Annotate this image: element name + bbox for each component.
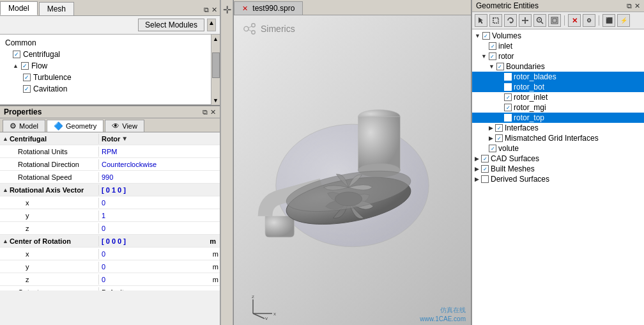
tree-item-centrifugal[interactable]: Centrifugal — [0, 49, 211, 60]
toolbar-sep-2 — [599, 15, 599, 26]
checkbox-rotor-bot[interactable] — [504, 83, 512, 91]
center-tab-file[interactable]: ✕ test990.spro — [234, 1, 303, 15]
collapse-axis-icon[interactable]: ▲ — [3, 187, 8, 193]
label-rotor-blades: rotor_blades — [514, 72, 556, 81]
tree-item-cavitation[interactable]: Cavitation — [0, 83, 211, 95]
prop-z1-value[interactable]: 0 — [99, 223, 220, 234]
toolbar-box-btn[interactable] — [489, 14, 502, 27]
toolbar-select-btn[interactable] — [475, 14, 487, 27]
toolbar-extra2-btn[interactable]: ⚡ — [617, 14, 630, 27]
svg-rect-20 — [493, 18, 498, 23]
geo-close-button[interactable]: ✕ — [634, 2, 640, 10]
toolbar-sep-1 — [564, 15, 565, 26]
checkbox-inlet[interactable] — [489, 42, 496, 50]
geo-item-rotor-bot[interactable]: rotor_bot — [472, 82, 644, 92]
prop-float-button[interactable]: ⧉ — [203, 108, 208, 116]
tab-model[interactable]: Model — [0, 1, 38, 15]
geo-item-built-meshes[interactable]: ▶ Built Meshes — [472, 164, 644, 174]
prop-y2-value[interactable]: 0 — [99, 262, 207, 272]
checkbox-rotor-mgi[interactable] — [504, 104, 512, 111]
select-modules-button[interactable]: Select Modules — [138, 19, 204, 31]
prop-rotational-speed-value[interactable]: 990 — [99, 172, 220, 182]
scroll-thumb[interactable] — [212, 52, 220, 78]
toolbar-delete-btn[interactable]: ✕ — [568, 14, 581, 27]
prop-tab-view[interactable]: 👁 View — [105, 120, 144, 132]
geo-float-button[interactable]: ⧉ — [627, 2, 632, 10]
geo-item-inlet[interactable]: inlet — [472, 41, 644, 51]
prop-group-axis-vector: ▲ Rotational Axis Vector [ 0 1 0 ] — [0, 184, 220, 196]
prop-rotational-direction-value[interactable]: Counterclockwise — [99, 159, 220, 170]
checkbox-rotor-blades[interactable] — [504, 73, 512, 81]
geo-item-boundaries[interactable]: ▼ Boundaries — [472, 61, 644, 72]
toolbar-props-btn[interactable]: ⚙ — [583, 14, 595, 27]
prop-tab-geometry[interactable]: 🔷 Geometry — [47, 120, 103, 132]
toolbar-fit-btn[interactable] — [548, 14, 561, 27]
geo-item-interfaces[interactable]: ▶ Interfaces — [472, 123, 644, 133]
label-mgi: Mismatched Grid Interfaces — [505, 134, 599, 143]
checkbox-turbulence[interactable] — [23, 74, 31, 81]
scrollbar-up[interactable]: ▲ — [207, 19, 216, 31]
prop-rotational-units-value[interactable]: RPM — [99, 147, 220, 157]
3d-model-svg — [234, 15, 471, 325]
collapse-centrifugal-icon[interactable]: ▲ — [3, 136, 8, 142]
prop-z2-value[interactable]: 0 — [99, 274, 207, 285]
checkbox-rotor-top[interactable] — [504, 114, 512, 122]
checkbox-centrifugal[interactable] — [13, 51, 20, 58]
checkbox-rotor[interactable] — [489, 52, 496, 60]
label-volumes: Volumes — [492, 31, 521, 40]
tree-item-turbulence[interactable]: Turbulence — [0, 72, 211, 83]
toolbar-pan-btn[interactable] — [519, 14, 532, 27]
centrifugal-dropdown-icon[interactable]: ▼ — [121, 135, 128, 142]
geo-item-rotor[interactable]: ▼ rotor — [472, 51, 644, 61]
geo-item-volute[interactable]: volute — [472, 143, 644, 154]
prop-x2-value[interactable]: 0 — [99, 249, 207, 259]
checkbox-interfaces[interactable] — [495, 124, 503, 132]
prop-y1-value[interactable]: 1 — [99, 210, 220, 221]
checkbox-rotor-inlet[interactable] — [504, 93, 512, 101]
module-scrollbar[interactable]: ▲ ▼ — [211, 35, 220, 105]
geo-item-mgi[interactable]: ▶ Mismatched Grid Interfaces — [472, 133, 644, 143]
collapse-center-icon[interactable]: ▲ — [3, 238, 8, 244]
geo-item-rotor-inlet[interactable]: rotor_inlet — [472, 92, 644, 102]
checkbox-built-meshes[interactable] — [481, 165, 489, 173]
geo-item-cad-surfaces[interactable]: ▶ CAD Surfaces — [472, 154, 644, 164]
checkbox-volute[interactable] — [489, 145, 496, 152]
svg-text:z: z — [252, 294, 254, 299]
checkbox-derived-surfaces[interactable] — [481, 175, 489, 183]
scroll-down-btn[interactable]: ▼ — [211, 96, 220, 105]
geo-item-rotor-blades[interactable]: rotor_blades — [472, 72, 644, 82]
toolbar-zoom-btn[interactable] — [533, 14, 546, 27]
label-volute: volute — [498, 144, 519, 153]
viewport[interactable]: Simerics — [234, 15, 471, 325]
float-button[interactable]: ⧉ — [204, 6, 209, 14]
prop-output-value[interactable]: Default ▼ — [99, 287, 220, 291]
drag-handle[interactable]: ✛ — [220, 0, 233, 325]
tree-item-flow[interactable]: ▲ Flow — [0, 60, 211, 72]
toolbar-rotate-btn[interactable] — [504, 14, 517, 27]
prop-close-button[interactable]: ✕ — [210, 108, 216, 116]
close-button[interactable]: ✕ — [211, 6, 217, 14]
label-rotor-top: rotor_top — [514, 113, 544, 122]
prop-center-rotation-value: [ 0 0 0 ] m — [99, 236, 220, 246]
watermark-url: www.1CAE.com — [420, 315, 466, 322]
tab-mesh[interactable]: Mesh — [39, 2, 74, 15]
prop-tab-model[interactable]: ⚙ Model — [3, 120, 45, 132]
collapse-flow-icon[interactable]: ▲ — [13, 63, 19, 69]
geo-item-rotor-mgi[interactable]: rotor_mgi — [472, 102, 644, 113]
checkbox-mgi[interactable] — [495, 134, 503, 142]
geo-item-volumes[interactable]: ▼ Volumes — [472, 31, 644, 41]
checkbox-boundaries[interactable] — [496, 63, 504, 70]
scroll-up-btn[interactable]: ▲ — [211, 35, 220, 44]
prop-row-y1: y 1 — [0, 209, 220, 222]
checkbox-cavitation[interactable] — [23, 85, 31, 93]
checkbox-cad-surfaces[interactable] — [481, 155, 489, 162]
prop-x1-value[interactable]: 0 — [99, 198, 220, 208]
file-close-icon[interactable]: ✕ — [242, 4, 248, 12]
checkbox-flow[interactable] — [21, 62, 29, 70]
geo-item-derived-surfaces[interactable]: ▶ Derived Surfaces — [472, 174, 644, 184]
geo-item-rotor-top[interactable]: rotor_top — [472, 113, 644, 123]
output-dropdown-icon[interactable]: ▼ — [125, 289, 132, 290]
toolbar-extra1-btn[interactable]: ⬛ — [602, 14, 615, 27]
common-label: Common — [0, 37, 211, 49]
checkbox-volumes[interactable] — [482, 32, 490, 40]
